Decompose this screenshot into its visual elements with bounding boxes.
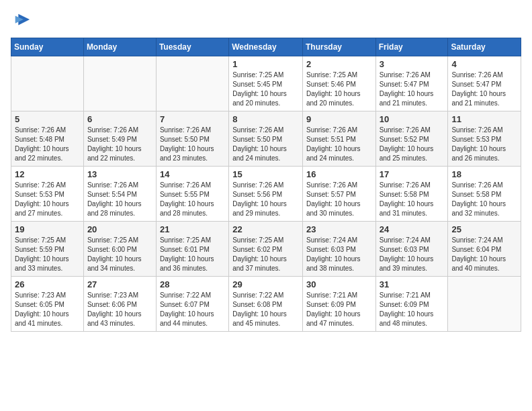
week-row-3: 12Sunrise: 7:26 AMSunset: 5:53 PMDayligh… (11, 167, 521, 222)
day-cell-28: 28Sunrise: 7:22 AMSunset: 6:07 PMDayligh… (156, 277, 228, 332)
day-cell-19: 19Sunrise: 7:25 AMSunset: 5:59 PMDayligh… (11, 222, 84, 277)
calendar-table: SundayMondayTuesdayWednesdayThursdayFrid… (11, 38, 521, 332)
day-number: 31 (380, 279, 445, 289)
logo (11, 11, 31, 30)
day-number: 28 (160, 279, 225, 289)
weekday-header-sunday: Sunday (11, 38, 84, 56)
week-row-2: 5Sunrise: 7:26 AMSunset: 5:48 PMDaylight… (11, 111, 521, 167)
day-info: Sunrise: 7:21 AMSunset: 6:09 PMDaylight:… (306, 291, 372, 328)
day-number: 27 (87, 279, 152, 289)
day-cell-24: 24Sunrise: 7:24 AMSunset: 6:03 PMDayligh… (375, 222, 448, 277)
day-number: 22 (232, 224, 299, 234)
day-number: 26 (15, 279, 80, 289)
day-cell-27: 27Sunrise: 7:23 AMSunset: 6:06 PMDayligh… (83, 277, 156, 332)
day-number: 19 (15, 224, 80, 234)
day-info: Sunrise: 7:26 AMSunset: 5:54 PMDaylight:… (87, 181, 152, 218)
day-info: Sunrise: 7:26 AMSunset: 5:57 PMDaylight:… (306, 181, 372, 218)
day-cell-6: 6Sunrise: 7:26 AMSunset: 5:49 PMDaylight… (83, 111, 156, 167)
empty-cell (156, 56, 228, 111)
day-info: Sunrise: 7:24 AMSunset: 6:04 PMDaylight:… (451, 236, 517, 273)
day-number: 12 (15, 169, 80, 179)
day-number: 13 (87, 169, 152, 179)
day-info: Sunrise: 7:25 AMSunset: 6:00 PMDaylight:… (87, 236, 152, 273)
weekday-header-wednesday: Wednesday (229, 38, 303, 56)
day-info: Sunrise: 7:26 AMSunset: 5:53 PMDaylight:… (451, 126, 517, 163)
day-info: Sunrise: 7:25 AMSunset: 5:45 PMDaylight:… (232, 71, 299, 108)
weekday-header-monday: Monday (83, 38, 156, 56)
day-info: Sunrise: 7:26 AMSunset: 5:49 PMDaylight:… (87, 126, 152, 163)
day-cell-16: 16Sunrise: 7:26 AMSunset: 5:57 PMDayligh… (302, 167, 375, 222)
day-number: 15 (232, 169, 299, 179)
day-info: Sunrise: 7:24 AMSunset: 6:03 PMDaylight:… (306, 236, 372, 273)
day-number: 3 (380, 59, 445, 69)
day-cell-30: 30Sunrise: 7:21 AMSunset: 6:09 PMDayligh… (302, 277, 375, 332)
empty-cell (83, 56, 156, 111)
week-row-1: 1Sunrise: 7:25 AMSunset: 5:45 PMDaylight… (11, 56, 521, 111)
day-number: 7 (160, 114, 225, 124)
empty-cell (448, 277, 521, 332)
day-number: 5 (15, 114, 80, 124)
day-cell-5: 5Sunrise: 7:26 AMSunset: 5:48 PMDaylight… (11, 111, 84, 167)
day-info: Sunrise: 7:24 AMSunset: 6:03 PMDaylight:… (380, 236, 445, 273)
day-info: Sunrise: 7:26 AMSunset: 5:52 PMDaylight:… (380, 126, 445, 163)
day-cell-1: 1Sunrise: 7:25 AMSunset: 5:45 PMDaylight… (229, 56, 303, 111)
day-info: Sunrise: 7:26 AMSunset: 5:53 PMDaylight:… (15, 181, 80, 218)
day-info: Sunrise: 7:23 AMSunset: 6:05 PMDaylight:… (15, 291, 80, 328)
day-cell-15: 15Sunrise: 7:26 AMSunset: 5:56 PMDayligh… (229, 167, 303, 222)
day-number: 17 (380, 169, 445, 179)
day-info: Sunrise: 7:26 AMSunset: 5:58 PMDaylight:… (380, 181, 445, 218)
day-cell-14: 14Sunrise: 7:26 AMSunset: 5:55 PMDayligh… (156, 167, 228, 222)
week-row-4: 19Sunrise: 7:25 AMSunset: 5:59 PMDayligh… (11, 222, 521, 277)
day-cell-18: 18Sunrise: 7:26 AMSunset: 5:58 PMDayligh… (448, 167, 521, 222)
day-number: 14 (160, 169, 225, 179)
day-number: 8 (232, 114, 299, 124)
day-info: Sunrise: 7:25 AMSunset: 6:01 PMDaylight:… (160, 236, 225, 273)
day-cell-25: 25Sunrise: 7:24 AMSunset: 6:04 PMDayligh… (448, 222, 521, 277)
day-number: 20 (87, 224, 152, 234)
day-cell-11: 11Sunrise: 7:26 AMSunset: 5:53 PMDayligh… (448, 111, 521, 167)
day-info: Sunrise: 7:23 AMSunset: 6:06 PMDaylight:… (87, 291, 152, 328)
day-cell-31: 31Sunrise: 7:21 AMSunset: 6:09 PMDayligh… (375, 277, 448, 332)
day-info: Sunrise: 7:22 AMSunset: 6:07 PMDaylight:… (160, 291, 225, 328)
week-row-5: 26Sunrise: 7:23 AMSunset: 6:05 PMDayligh… (11, 277, 521, 332)
day-info: Sunrise: 7:22 AMSunset: 6:08 PMDaylight:… (232, 291, 299, 328)
day-info: Sunrise: 7:26 AMSunset: 5:58 PMDaylight:… (451, 181, 517, 218)
day-number: 24 (380, 224, 445, 234)
day-info: Sunrise: 7:26 AMSunset: 5:55 PMDaylight:… (160, 181, 225, 218)
day-number: 25 (451, 224, 517, 234)
day-cell-21: 21Sunrise: 7:25 AMSunset: 6:01 PMDayligh… (156, 222, 228, 277)
day-number: 10 (380, 114, 445, 124)
day-info: Sunrise: 7:26 AMSunset: 5:50 PMDaylight:… (160, 126, 225, 163)
day-number: 2 (306, 59, 372, 69)
weekday-header-saturday: Saturday (448, 38, 521, 56)
day-info: Sunrise: 7:26 AMSunset: 5:50 PMDaylight:… (232, 126, 299, 163)
day-number: 30 (306, 279, 372, 289)
weekday-header-friday: Friday (375, 38, 448, 56)
day-info: Sunrise: 7:25 AMSunset: 5:59 PMDaylight:… (15, 236, 80, 273)
day-number: 23 (306, 224, 372, 234)
day-cell-13: 13Sunrise: 7:26 AMSunset: 5:54 PMDayligh… (83, 167, 156, 222)
day-number: 9 (306, 114, 372, 124)
day-info: Sunrise: 7:26 AMSunset: 5:47 PMDaylight:… (380, 71, 445, 108)
weekday-header-row: SundayMondayTuesdayWednesdayThursdayFrid… (11, 38, 521, 56)
day-number: 6 (87, 114, 152, 124)
day-cell-9: 9Sunrise: 7:26 AMSunset: 5:51 PMDaylight… (302, 111, 375, 167)
day-cell-23: 23Sunrise: 7:24 AMSunset: 6:03 PMDayligh… (302, 222, 375, 277)
day-number: 29 (232, 279, 299, 289)
day-info: Sunrise: 7:25 AMSunset: 5:46 PMDaylight:… (306, 71, 372, 108)
day-number: 11 (451, 114, 517, 124)
day-cell-12: 12Sunrise: 7:26 AMSunset: 5:53 PMDayligh… (11, 167, 84, 222)
empty-cell (11, 56, 84, 111)
day-info: Sunrise: 7:26 AMSunset: 5:51 PMDaylight:… (306, 126, 372, 163)
day-number: 16 (306, 169, 372, 179)
day-cell-29: 29Sunrise: 7:22 AMSunset: 6:08 PMDayligh… (229, 277, 303, 332)
day-info: Sunrise: 7:26 AMSunset: 5:56 PMDaylight:… (232, 181, 299, 218)
page-header (11, 11, 521, 30)
day-cell-20: 20Sunrise: 7:25 AMSunset: 6:00 PMDayligh… (83, 222, 156, 277)
weekday-header-thursday: Thursday (302, 38, 375, 56)
day-cell-8: 8Sunrise: 7:26 AMSunset: 5:50 PMDaylight… (229, 111, 303, 167)
weekday-header-tuesday: Tuesday (156, 38, 228, 56)
day-info: Sunrise: 7:26 AMSunset: 5:47 PMDaylight:… (451, 71, 517, 108)
logo-icon (12, 11, 31, 30)
day-cell-26: 26Sunrise: 7:23 AMSunset: 6:05 PMDayligh… (11, 277, 84, 332)
